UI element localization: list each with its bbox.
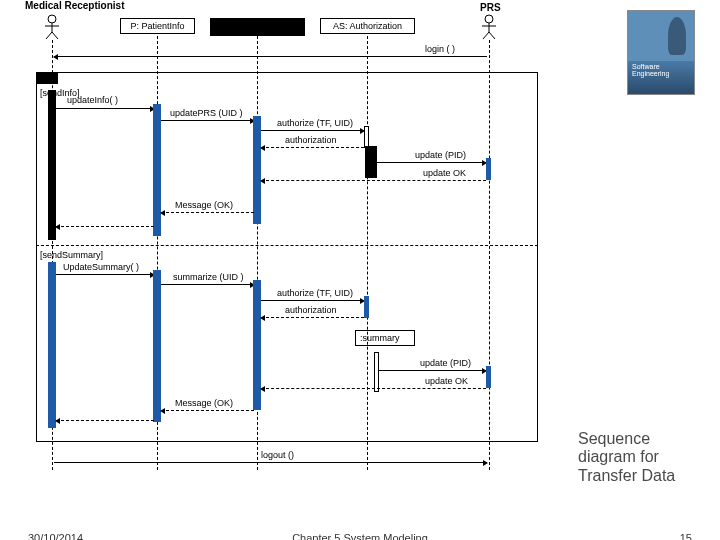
arrow-authorize2 [261, 300, 364, 301]
arrow-authorization2 [261, 317, 364, 318]
bar-prs-2 [486, 366, 491, 388]
guard-sendsummary: [sendSummary] [40, 250, 103, 260]
slide: Software Engineering Medical Receptionis… [0, 0, 720, 540]
msg-summarize: summarize (UID ) [173, 272, 244, 282]
footer-chapter: Chapter 5 System Modeling [0, 532, 720, 540]
msg-authorize1: authorize (TF, UID) [277, 118, 353, 128]
bar-receptionist-2 [48, 262, 56, 428]
arrow-authorize1 [261, 130, 364, 131]
msg-updateok1: update OK [423, 168, 466, 178]
object-patientinfo: P: PatientInfo [120, 18, 195, 34]
msg-authorization2: authorization [285, 305, 337, 315]
msg-authorize2: authorize (TF, UID) [277, 288, 353, 298]
arrow-summarize [161, 284, 254, 285]
arrow-updateok1 [261, 180, 486, 181]
bar-auth-2 [364, 296, 369, 318]
svg-line-8 [483, 32, 489, 39]
bar-receptionist-1 [48, 90, 56, 240]
bar-auth-1 [364, 126, 369, 148]
msg-updatepid2: update (PID) [420, 358, 471, 368]
svg-line-9 [489, 32, 495, 39]
bar-summary [374, 352, 379, 392]
actor-receptionist-label: Medical Receptionist [25, 0, 124, 11]
arrow-updateok2 [261, 388, 486, 389]
arrow-messageok1 [161, 212, 254, 213]
book-cover-thumbnail: Software Engineering [627, 10, 695, 95]
msg-updateinfo: updateInfo( ) [67, 95, 118, 105]
msg-messageok2: Message (OK) [175, 398, 233, 408]
svg-line-3 [46, 32, 52, 39]
msg-messageok1: Message (OK) [175, 200, 233, 210]
msg-login: login ( ) [425, 44, 455, 54]
slide-title: Sequence diagram for Transfer Data [578, 430, 708, 485]
svg-point-5 [485, 15, 493, 23]
arrow-messageok1b [56, 226, 154, 227]
arrow-messageok2b [56, 420, 154, 421]
bar-prs-1 [486, 158, 491, 180]
arrow-login [54, 56, 487, 57]
bar-auth-black-1 [365, 146, 377, 178]
object-authservice: AS: Authorization [320, 18, 415, 34]
svg-point-0 [48, 15, 56, 23]
svg-line-4 [52, 32, 58, 39]
actor-prs-label: PRS [480, 2, 501, 13]
arrow-updateinfo [56, 108, 154, 109]
arrow-authorization1 [261, 147, 364, 148]
msg-summary: :summary [360, 333, 400, 343]
msg-updateprs1: updatePRS (UID ) [170, 108, 243, 118]
arrow-updatesummary [56, 274, 154, 275]
bar-patientinfo-1 [153, 104, 161, 236]
msg-updatepid1: update (PID) [415, 150, 466, 160]
bar-d-1 [253, 116, 261, 224]
arrow-updateprs1 [161, 120, 254, 121]
alt-divider [36, 245, 538, 246]
sequence-diagram: Medical Receptionist P: PatientInfo AS: … [25, 0, 585, 480]
msg-updateok2: update OK [425, 376, 468, 386]
arrow-messageok2 [161, 410, 254, 411]
frag-alt-label: alt [36, 72, 58, 84]
book-title: Software Engineering [628, 61, 694, 79]
bar-patientinfo-2 [153, 270, 161, 422]
msg-updatesummary: UpdateSummary( ) [63, 262, 139, 272]
footer-page: 15 [680, 532, 692, 540]
msg-authorization1: authorization [285, 135, 337, 145]
arrow-logout [54, 462, 487, 463]
msg-logout: logout () [261, 450, 294, 460]
object-hidden [210, 18, 305, 36]
arrow-updatepid1 [377, 162, 486, 163]
arrow-updatepid2 [377, 370, 486, 371]
